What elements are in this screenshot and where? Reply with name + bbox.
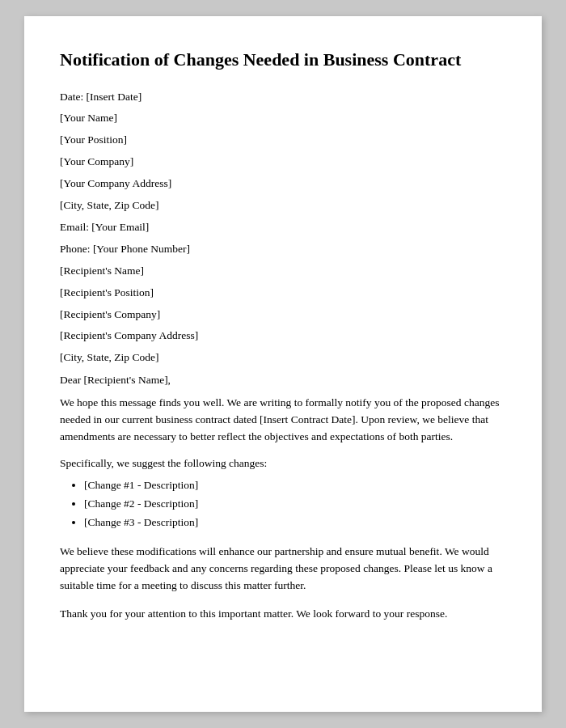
- paragraph-3: Thank you for your attention to this imp…: [60, 606, 506, 623]
- changes-list: [Change #1 - Description] [Change #2 - D…: [84, 476, 506, 532]
- recipient-name-field: [Recipient's Name]: [60, 264, 506, 279]
- list-item: [Change #3 - Description]: [84, 514, 506, 532]
- list-item: [Change #1 - Description]: [84, 476, 506, 495]
- paragraph-1: We hope this message finds you well. We …: [60, 395, 506, 446]
- your-name-field: [Your Name]: [60, 111, 506, 126]
- email-field: Email: [Your Email]: [60, 220, 506, 235]
- recipient-company-field: [Recipient's Company]: [60, 307, 506, 323]
- list-item: [Change #2 - Description]: [84, 495, 506, 514]
- your-city-state-zip-field: [City, State, Zip Code]: [60, 198, 506, 214]
- salutation: Dear [Recipient's Name],: [60, 374, 506, 387]
- changes-intro: Specifically, we suggest the following c…: [60, 457, 506, 470]
- recipient-position-field: [Recipient's Position]: [60, 286, 506, 301]
- your-position-field: [Your Position]: [60, 133, 506, 148]
- document-title: Notification of Changes Needed in Busine…: [60, 49, 506, 72]
- your-company-field: [Your Company]: [60, 154, 506, 170]
- document: Notification of Changes Needed in Busine…: [24, 16, 542, 712]
- phone-field: Phone: [Your Phone Number]: [60, 242, 506, 257]
- your-company-address-field: [Your Company Address]: [60, 176, 506, 192]
- recipient-company-address-field: [Recipient's Company Address]: [60, 328, 506, 344]
- recipient-city-state-zip-field: [City, State, Zip Code]: [60, 350, 506, 366]
- date-field: Date: [Insert Date]: [60, 90, 506, 105]
- paragraph-2: We believe these modifications will enha…: [60, 544, 506, 595]
